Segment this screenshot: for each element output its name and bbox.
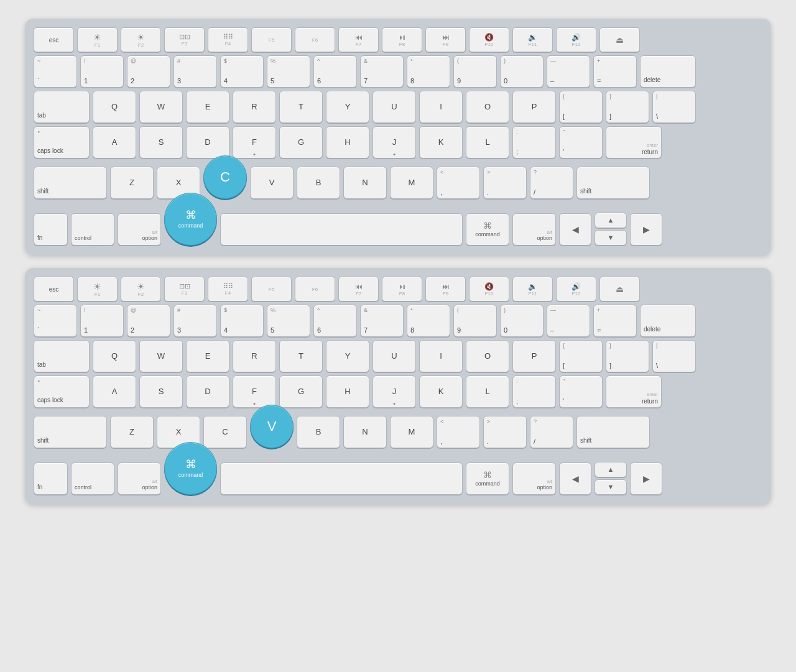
key-option-right[interactable]: alt option xyxy=(512,213,556,246)
key-y[interactable]: Y xyxy=(326,91,369,123)
key-7-2[interactable]: &7 xyxy=(360,305,404,337)
key-f7-2[interactable]: ⏮ F7 xyxy=(338,277,379,301)
key-f[interactable]: F xyxy=(233,126,276,159)
key-c-highlighted[interactable]: C xyxy=(203,155,247,199)
key-space-2[interactable] xyxy=(220,463,463,495)
key-quote-2[interactable]: "' xyxy=(559,375,603,408)
key-l-2[interactable]: L xyxy=(466,375,509,408)
key-9[interactable]: (9 xyxy=(453,55,497,88)
key-3-2[interactable]: #3 xyxy=(174,305,217,337)
key-f5[interactable]: F5 xyxy=(251,27,292,52)
key-return[interactable]: enter return xyxy=(606,126,662,159)
key-6[interactable]: ^6 xyxy=(313,55,357,88)
key-v[interactable]: V xyxy=(250,167,294,199)
key-p-2[interactable]: P xyxy=(512,340,556,372)
key-f10[interactable]: 🔇 F10 xyxy=(469,27,509,52)
key-g-2[interactable]: G xyxy=(279,375,323,408)
key-command-left-highlighted-2[interactable]: ⌘ command xyxy=(164,442,217,495)
key-period[interactable]: >. xyxy=(483,167,527,199)
key-rbracket[interactable]: }] xyxy=(606,91,649,123)
key-j[interactable]: J xyxy=(373,126,416,159)
key-q-2[interactable]: Q xyxy=(93,340,136,372)
key-backtick-2[interactable]: ~` xyxy=(34,305,77,337)
key-n[interactable]: N xyxy=(343,167,387,199)
key-semicolon[interactable]: :; xyxy=(512,126,556,159)
key-command-right-2[interactable]: ⌘ command xyxy=(466,463,509,495)
key-tab-2[interactable]: tab xyxy=(34,340,90,372)
key-8[interactable]: *8 xyxy=(407,55,450,88)
key-f2[interactable]: ☀ F2 xyxy=(121,27,161,52)
key-delete[interactable]: delete xyxy=(640,55,696,88)
key-backtick[interactable]: ~` xyxy=(34,55,77,88)
key-y-2[interactable]: Y xyxy=(326,340,369,372)
key-esc[interactable]: esc xyxy=(34,27,74,52)
key-f12-2[interactable]: 🔊 F12 xyxy=(556,277,596,301)
key-i[interactable]: I xyxy=(419,91,463,123)
key-up[interactable]: ▲ xyxy=(595,213,627,228)
key-d[interactable]: D xyxy=(186,126,229,159)
key-capslock[interactable]: ● caps lock xyxy=(34,126,90,159)
key-tab[interactable]: tab xyxy=(34,91,90,123)
key-m[interactable]: M xyxy=(390,167,433,199)
key-right[interactable]: ▶ xyxy=(630,213,662,246)
key-9-2[interactable]: (9 xyxy=(453,305,497,337)
key-quote[interactable]: "' xyxy=(559,126,603,159)
key-b[interactable]: B xyxy=(297,167,340,199)
key-l[interactable]: L xyxy=(466,126,509,159)
key-left-2[interactable]: ◀ xyxy=(559,463,591,495)
key-equals[interactable]: += xyxy=(593,55,637,88)
key-f9-2[interactable]: ⏭ F9 xyxy=(425,277,466,301)
key-d-2[interactable]: D xyxy=(186,375,229,408)
key-k-2[interactable]: K xyxy=(419,375,463,408)
key-f11-2[interactable]: 🔉 F11 xyxy=(512,277,553,301)
key-rbracket-2[interactable]: }] xyxy=(606,340,649,372)
key-minus[interactable]: —– xyxy=(547,55,590,88)
key-lbracket-2[interactable]: {[ xyxy=(559,340,603,372)
key-t-2[interactable]: T xyxy=(279,340,323,372)
key-equals-2[interactable]: += xyxy=(593,305,637,337)
key-period-2[interactable]: >. xyxy=(483,416,527,448)
key-e-2[interactable]: E xyxy=(186,340,229,372)
key-up-2[interactable]: ▲ xyxy=(595,462,627,477)
key-1[interactable]: !1 xyxy=(80,55,124,88)
key-u-2[interactable]: U xyxy=(373,340,416,372)
key-f9[interactable]: ⏭ F9 xyxy=(425,27,466,52)
key-shift-right[interactable]: shift xyxy=(576,167,650,199)
key-5-2[interactable]: %5 xyxy=(267,305,310,337)
key-shift-left-2[interactable]: shift xyxy=(34,416,107,448)
key-g[interactable]: G xyxy=(279,126,323,159)
key-3[interactable]: #3 xyxy=(174,55,217,88)
key-2[interactable]: @2 xyxy=(127,55,170,88)
key-lbracket[interactable]: {[ xyxy=(559,91,603,123)
key-command-left-highlighted[interactable]: ⌘ command xyxy=(164,193,217,246)
key-j-2[interactable]: J xyxy=(373,375,416,408)
key-1-2[interactable]: !1 xyxy=(80,305,124,337)
key-w[interactable]: W xyxy=(139,91,183,123)
key-s-2[interactable]: S xyxy=(139,375,183,408)
key-f3[interactable]: ⊡⊡ F3 xyxy=(164,27,205,52)
key-fn-2[interactable]: fn xyxy=(34,463,68,495)
key-control[interactable]: control xyxy=(71,213,114,246)
key-f8-2[interactable]: ⏯ F8 xyxy=(382,277,422,301)
key-4-2[interactable]: $4 xyxy=(220,305,264,337)
key-a-2[interactable]: A xyxy=(93,375,136,408)
key-option-left-2[interactable]: alt option xyxy=(118,463,161,495)
key-6-2[interactable]: ^6 xyxy=(313,305,357,337)
key-f4-2[interactable]: ⠿⠿ F4 xyxy=(208,277,248,301)
key-delete-2[interactable]: delete xyxy=(640,305,696,337)
key-f5-2[interactable]: F5 xyxy=(251,277,292,301)
key-f8[interactable]: ⏯ F8 xyxy=(382,27,422,52)
key-f4[interactable]: ⠿⠿ F4 xyxy=(208,27,248,52)
key-f1-2[interactable]: ☀ F1 xyxy=(77,277,118,301)
key-h[interactable]: H xyxy=(326,126,369,159)
key-5[interactable]: %5 xyxy=(267,55,310,88)
key-semicolon-2[interactable]: :; xyxy=(512,375,556,408)
key-control-2[interactable]: control xyxy=(71,463,114,495)
key-u[interactable]: U xyxy=(373,91,416,123)
key-i-2[interactable]: I xyxy=(419,340,463,372)
key-f-2[interactable]: F xyxy=(233,375,276,408)
key-z-2[interactable]: Z xyxy=(110,416,154,448)
key-fn[interactable]: fn xyxy=(34,213,68,246)
key-f11[interactable]: 🔉 F11 xyxy=(512,27,553,52)
key-f1[interactable]: ☀ F1 xyxy=(77,27,118,52)
